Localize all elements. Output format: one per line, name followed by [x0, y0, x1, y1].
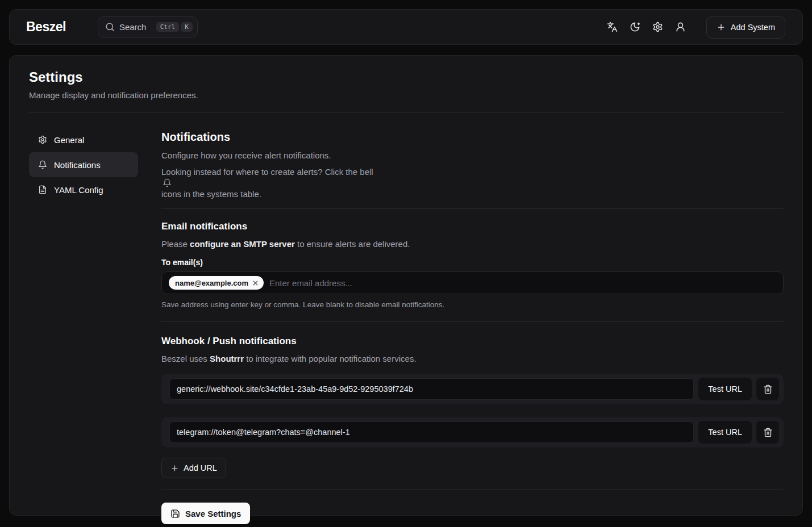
shoutrrr-link[interactable]: Shoutrrr: [210, 354, 244, 363]
add-url-label: Add URL: [184, 463, 217, 472]
sidebar-item-label: YAML Config: [54, 185, 103, 195]
search-input[interactable]: Search CtrlK: [98, 16, 198, 37]
search-placeholder: Search: [119, 22, 152, 32]
webhook-url-row: Test URL: [161, 374, 784, 404]
page-subtitle: Manage display and notification preferen…: [29, 90, 784, 101]
top-navbar: Beszel Search CtrlK Add System: [9, 9, 803, 45]
webhook-section-title: Webhook / Push notifications: [161, 334, 784, 348]
languages-icon: [607, 22, 618, 32]
email-helper-text: Save address using enter key or comma. L…: [161, 300, 784, 310]
sidebar-item-notifications[interactable]: Notifications: [29, 152, 138, 177]
user-menu-button[interactable]: [671, 18, 690, 37]
email-chip-value: name@example.com: [175, 279, 248, 287]
test-url-button-2[interactable]: Test URL: [698, 421, 752, 444]
save-settings-button[interactable]: Save Settings: [161, 503, 250, 524]
plus-icon: [717, 23, 726, 32]
page-title: Settings: [29, 68, 784, 86]
smtp-config-link[interactable]: configure an SMTP server: [190, 239, 295, 249]
beszel-logo[interactable]: Beszel: [26, 19, 66, 35]
navbar-actions: Add System: [603, 16, 785, 39]
save-settings-label: Save Settings: [185, 509, 241, 518]
smtp-note: Please configure an SMTP server to ensur…: [161, 237, 784, 250]
notifications-description: Configure how you receive alert notifica…: [161, 149, 784, 162]
bell-icon: [38, 160, 47, 169]
theme-toggle-button[interactable]: [626, 18, 645, 37]
to-emails-label: To email(s): [161, 257, 784, 268]
remove-email-button[interactable]: [252, 279, 259, 287]
email-chip: name@example.com: [169, 276, 264, 290]
language-button[interactable]: [603, 18, 622, 37]
section-divider: [161, 208, 784, 209]
kbd-k: K: [181, 22, 193, 32]
section-divider: [161, 321, 784, 322]
trash-icon: [763, 384, 773, 394]
section-title-notifications: Notifications: [161, 129, 784, 145]
footer-divider: [161, 489, 784, 490]
alerts-hint: Looking instead for where to create aler…: [161, 165, 784, 200]
sidebar-item-label: General: [54, 135, 84, 145]
webhook-url-input-2[interactable]: [169, 421, 694, 443]
moon-icon: [630, 22, 640, 32]
file-icon: [38, 185, 47, 194]
webhook-url-input-1[interactable]: [169, 378, 694, 400]
add-system-button[interactable]: Add System: [706, 16, 785, 39]
settings-card: Settings Manage display and notification…: [9, 55, 803, 516]
gear-icon: [38, 135, 47, 144]
bell-icon: [163, 178, 172, 187]
user-icon: [675, 22, 686, 32]
email-tags-input[interactable]: name@example.com Enter email address...: [161, 271, 784, 294]
sidebar-item-yaml-config[interactable]: YAML Config: [29, 177, 138, 202]
add-system-label: Add System: [731, 23, 775, 32]
trash-icon: [763, 428, 773, 437]
close-icon: [252, 279, 259, 287]
kbd-ctrl: Ctrl: [156, 22, 180, 32]
sidebar-item-label: Notifications: [54, 160, 101, 170]
webhook-url-row: Test URL: [161, 417, 784, 447]
search-shortcut: CtrlK: [156, 22, 193, 32]
test-url-button-1[interactable]: Test URL: [698, 378, 752, 400]
gear-icon: [652, 22, 663, 32]
plus-icon: [170, 464, 179, 472]
email-input-placeholder: Enter email address...: [269, 278, 352, 288]
settings-sidebar: General Notifications YAML Config: [29, 127, 138, 202]
add-url-button[interactable]: Add URL: [161, 458, 226, 478]
settings-button[interactable]: [648, 18, 668, 37]
email-section-title: Email notifications: [161, 220, 784, 233]
page-header: Settings Manage display and notification…: [29, 56, 784, 101]
delete-url-button-1[interactable]: [756, 378, 779, 400]
save-icon: [170, 509, 180, 518]
sidebar-item-general[interactable]: General: [29, 127, 138, 152]
notifications-panel: Notifications Configure how you receive …: [161, 127, 784, 524]
delete-url-button-2[interactable]: [756, 421, 779, 444]
webhook-description: Beszel uses Shoutrrr to integrate with p…: [161, 352, 784, 365]
search-icon: [105, 22, 115, 32]
beszel-app: Beszel Search CtrlK Add System: [0, 0, 812, 527]
